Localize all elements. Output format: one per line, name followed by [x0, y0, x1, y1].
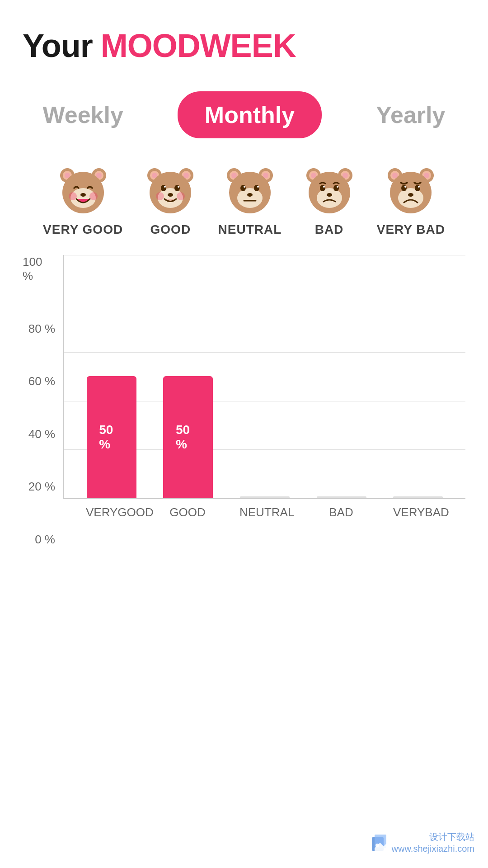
bar-value-verygood: 50 %	[99, 423, 124, 452]
title-row: Your MOODWEEK	[23, 27, 465, 64]
very-bad-bear-icon	[386, 165, 436, 215]
svg-point-48	[323, 186, 325, 188]
bar-value-good: 50 %	[176, 423, 201, 452]
svg-point-61	[404, 186, 406, 188]
svg-point-10	[96, 173, 102, 178]
chart-area: 50 % 50 %	[63, 255, 465, 499]
y-axis-labels: 100 % 80 % 60 % 40 % 20 % 0 %	[23, 255, 59, 547]
y-label-40: 40 %	[28, 427, 59, 441]
mood-label-bad: BAD	[315, 222, 344, 237]
y-label-0: 0 %	[35, 533, 59, 547]
svg-point-69	[375, 844, 379, 847]
mood-label-good: GOOD	[150, 222, 191, 237]
bar-group-neutral	[240, 496, 290, 498]
x-label-neutral: NEUTRAL	[239, 505, 289, 519]
svg-point-39	[263, 173, 268, 178]
good-bear-icon	[145, 165, 195, 215]
mood-item-neutral: NEUTRAL	[218, 165, 282, 237]
mood-label-neutral: NEUTRAL	[218, 222, 282, 237]
svg-point-25	[183, 173, 189, 178]
y-label-100: 100 %	[23, 255, 59, 283]
x-label-good: GOOD	[163, 505, 212, 519]
bar-group-verybad	[393, 496, 443, 498]
x-axis-labels: VERYGOOD GOOD NEUTRAL BAD VERYBAD	[63, 499, 465, 519]
mood-item-good: GOOD	[145, 165, 195, 237]
bar-neutral-empty	[240, 496, 290, 498]
svg-point-17	[161, 185, 166, 191]
svg-point-6	[80, 193, 86, 197]
y-label-60: 60 %	[28, 374, 59, 388]
svg-point-36	[247, 193, 253, 197]
svg-point-59	[401, 185, 407, 191]
svg-point-18	[174, 185, 180, 191]
svg-point-20	[178, 186, 179, 188]
bad-bear-icon	[305, 165, 354, 215]
svg-point-38	[231, 173, 237, 178]
svg-point-34	[244, 186, 245, 188]
chart-container: 100 % 80 % 60 % 40 % 20 % 0 % 50 %	[23, 255, 465, 547]
svg-point-50	[327, 193, 332, 197]
svg-point-64	[392, 173, 398, 178]
svg-point-51	[311, 173, 316, 178]
svg-point-8	[89, 192, 98, 200]
svg-point-32	[240, 185, 246, 191]
neutral-bear-icon	[225, 165, 275, 215]
watermark-icon	[371, 834, 387, 852]
svg-point-21	[168, 193, 173, 197]
svg-point-60	[415, 185, 420, 191]
svg-point-58	[398, 188, 423, 208]
title-your: Your	[23, 27, 93, 64]
y-label-20: 20 %	[28, 480, 59, 494]
svg-point-46	[320, 185, 325, 191]
x-label-verybad: VERYBAD	[393, 505, 443, 519]
bar-group-bad	[317, 496, 366, 498]
svg-point-31	[237, 188, 263, 208]
bar-group-verygood: 50 %	[87, 376, 136, 498]
svg-point-7	[69, 192, 77, 200]
tab-yearly[interactable]: Yearly	[349, 91, 472, 138]
svg-point-33	[254, 185, 259, 191]
svg-point-63	[408, 193, 413, 197]
bar-bad-empty	[317, 496, 366, 498]
x-label-verygood: VERYGOOD	[86, 505, 136, 519]
mood-label-very-bad: VERY BAD	[377, 222, 445, 237]
page-container: Your MOODWEEK Weekly Monthly Yearly	[0, 0, 488, 868]
watermark-text: 设计下载站 www.shejixiazhi.com	[392, 831, 474, 854]
svg-point-19	[164, 186, 166, 188]
tab-monthly[interactable]: Monthly	[178, 91, 322, 138]
bars-area: 50 % 50 %	[64, 255, 465, 498]
bar-verybad-empty	[393, 496, 443, 498]
svg-point-35	[257, 186, 259, 188]
bar-verygood: 50 %	[87, 376, 136, 498]
svg-point-22	[156, 192, 164, 200]
mood-item-very-good: VERY GOOD	[43, 165, 123, 237]
very-good-bear-icon	[58, 165, 108, 215]
watermark-line2: www.shejixiazhi.com	[392, 843, 474, 854]
svg-point-47	[333, 185, 339, 191]
svg-point-65	[424, 173, 429, 178]
tab-bar: Weekly Monthly Yearly	[23, 91, 465, 138]
bar-good: 50 %	[163, 376, 213, 498]
svg-point-49	[337, 186, 338, 188]
x-label-bad: BAD	[316, 505, 366, 519]
title-moodweek: MOODWEEK	[101, 27, 296, 64]
svg-point-24	[152, 173, 157, 178]
svg-point-9	[65, 173, 70, 178]
svg-point-62	[418, 186, 420, 188]
mood-row: VERY GOOD	[23, 165, 465, 237]
watermark: 设计下载站 www.shejixiazhi.com	[371, 831, 474, 854]
mood-item-bad: BAD	[305, 165, 354, 237]
y-label-80: 80 %	[28, 322, 59, 336]
svg-point-23	[177, 192, 185, 200]
mood-item-very-bad: VERY BAD	[377, 165, 445, 237]
tab-weekly[interactable]: Weekly	[16, 91, 150, 138]
svg-point-45	[317, 188, 342, 208]
bar-group-good: 50 %	[163, 376, 213, 498]
svg-point-52	[343, 173, 348, 178]
mood-label-very-good: VERY GOOD	[43, 222, 123, 237]
watermark-line1: 设计下载站	[392, 831, 474, 843]
